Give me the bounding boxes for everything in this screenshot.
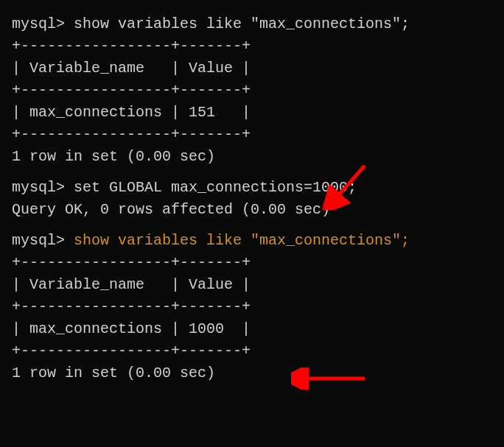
mysql-prompt: mysql>: [12, 232, 65, 249]
terminal-line-query2: mysql> set GLOBAL max_connections=1000;: [12, 177, 492, 199]
query3-summary: 1 row in set (0.00 sec): [12, 362, 492, 384]
table3-border-bot: +-----------------+-------+: [12, 340, 492, 362]
query1-summary: 1 row in set (0.00 sec): [12, 146, 492, 168]
table1-row: | max_connections | 151 |: [12, 102, 492, 124]
table3-border-mid: +-----------------+-------+: [12, 296, 492, 318]
table1-border-bot: +-----------------+-------+: [12, 124, 492, 146]
table3-header: | Variable_name | Value |: [12, 274, 492, 296]
query2-command: set GLOBAL max_connections=1000;: [65, 179, 357, 196]
query1-command: show variables like "max_connections";: [65, 15, 410, 32]
table1-border-mid: +-----------------+-------+: [12, 80, 492, 102]
table3-row: | max_connections | 1000 |: [12, 318, 492, 340]
mysql-prompt: mysql>: [12, 179, 65, 196]
terminal-line-query3: mysql> show variables like "max_connecti…: [12, 230, 492, 252]
mysql-prompt: mysql>: [12, 15, 65, 32]
table1-header: | Variable_name | Value |: [12, 57, 492, 80]
terminal-line-query1: mysql> show variables like "max_connecti…: [12, 13, 492, 35]
query3-command: show variables like "max_connections";: [74, 232, 410, 249]
table3-border-top: +-----------------+-------+: [12, 252, 492, 274]
query2-result: Query OK, 0 rows affected (0.00 sec): [12, 199, 492, 221]
table1-border-top: +-----------------+-------+: [12, 35, 492, 57]
